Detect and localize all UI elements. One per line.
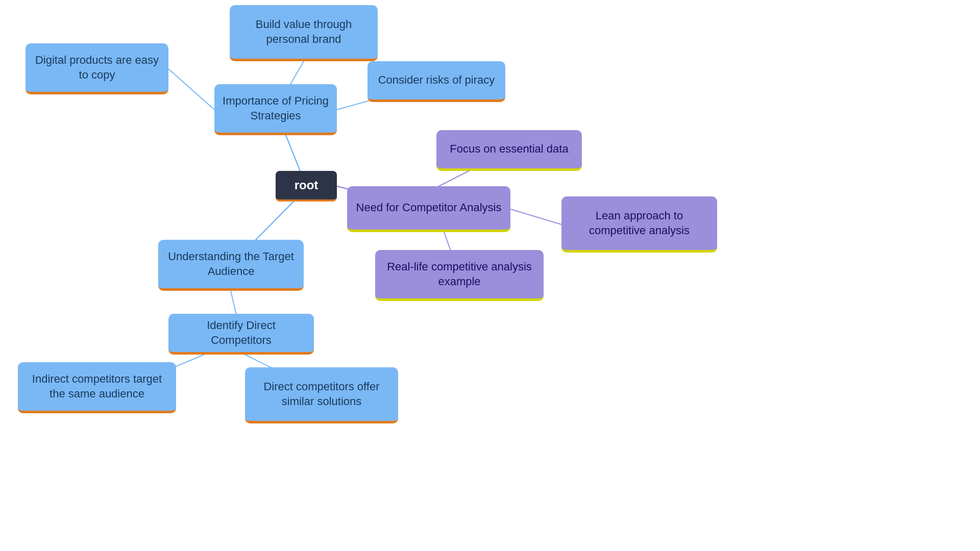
real-life-node: Real-life competitive analysis example	[375, 250, 544, 301]
root-node: root	[276, 171, 337, 202]
competitor-analysis-node: Need for Competitor Analysis	[347, 186, 510, 232]
pricing-node: Importance of Pricing Strategies	[214, 84, 337, 135]
target-audience-node: Understanding the Target Audience	[158, 240, 304, 291]
lean-approach-node: Lean approach to competitive analysis	[561, 196, 717, 253]
direct-competitors-node: Direct competitors offer similar solutio…	[245, 367, 398, 423]
svg-line-10	[510, 209, 561, 224]
indirect-competitors-node: Indirect competitors target the same aud…	[18, 362, 176, 413]
svg-line-2	[168, 69, 214, 110]
digital-products-node: Digital products are easy to copy	[26, 43, 168, 94]
focus-data-node: Focus on essential data	[436, 130, 582, 171]
piracy-node: Consider risks of piracy	[368, 61, 505, 102]
identify-competitors-node: Identify Direct Competitors	[168, 314, 314, 355]
build-value-node: Build value through personal brand	[230, 5, 378, 61]
